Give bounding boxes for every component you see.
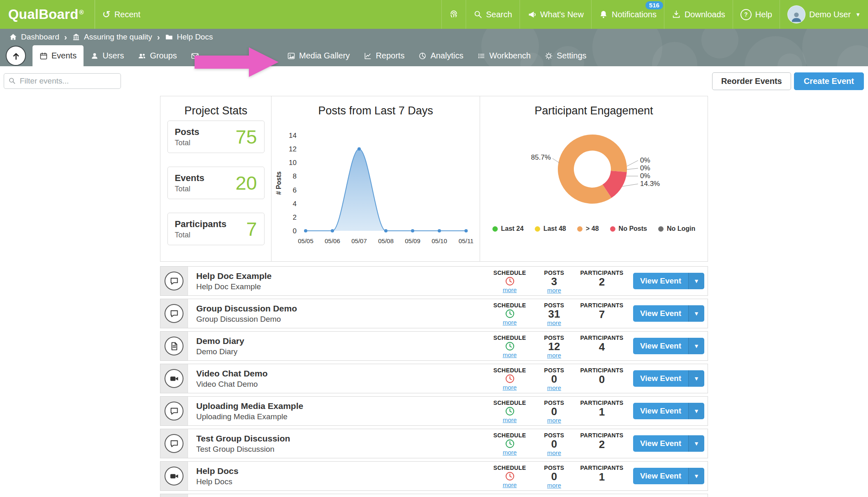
reorder-events-button[interactable]: Reorder Events <box>712 72 791 90</box>
chat-icon <box>169 439 179 449</box>
svg-text:0: 0 <box>293 227 297 235</box>
view-event-button[interactable]: View Event ▼ <box>633 305 704 322</box>
chevron-down-icon[interactable]: ▼ <box>688 370 704 387</box>
tab-analytics-label: Analytics <box>430 51 463 60</box>
user-name: Demo User <box>809 10 851 19</box>
event-subtitle: Help Docs <box>196 477 487 486</box>
chevron-down-icon[interactable]: ▼ <box>688 338 704 354</box>
view-event-button[interactable]: View Event ▼ <box>633 370 704 387</box>
chevron-down-icon[interactable]: ▼ <box>688 468 704 484</box>
touch-id-button[interactable] <box>441 0 466 29</box>
tab-media-gallery[interactable]: Media Gallery <box>280 45 357 66</box>
user-menu[interactable]: Demo User ▼ <box>780 0 868 29</box>
schedule-more-link[interactable]: more <box>503 416 517 423</box>
document-icon <box>169 341 179 351</box>
video-camera-icon <box>169 471 179 481</box>
toolbar-buttons: Reorder Events Create Event <box>712 72 864 90</box>
stat-card-events: Events Total 20 <box>167 167 265 199</box>
view-event-button[interactable]: View Event ▼ <box>633 435 704 452</box>
chevron-down-icon[interactable]: ▼ <box>688 273 704 289</box>
posts-count: 3 <box>551 276 557 287</box>
users-icon <box>138 52 146 60</box>
engagement-title: Participant Engagement <box>480 105 708 117</box>
tab-workbench[interactable]: Workbench <box>470 45 538 66</box>
breadcrumb-project[interactable]: Help Docs <box>165 33 213 42</box>
schedule-more-link[interactable]: more <box>503 449 517 456</box>
view-event-button[interactable]: View Event ▼ <box>633 468 704 484</box>
posts-more-link[interactable]: more <box>547 384 561 391</box>
recent-button[interactable]: ↺ Recent <box>95 0 148 29</box>
schedule-column: SCHEDULE more <box>487 299 533 328</box>
posts-more-link[interactable]: more <box>547 352 561 359</box>
event-title[interactable]: Uploading Media Example <box>196 401 487 411</box>
tab-groups[interactable]: Groups <box>131 45 184 66</box>
schedule-more-link[interactable]: more <box>503 481 517 488</box>
arrow-up-icon <box>11 51 21 61</box>
whats-new-button[interactable]: What's New <box>520 0 591 29</box>
event-subtitle: Video Chat Demo <box>196 380 487 389</box>
tab-analytics[interactable]: Analytics <box>411 45 470 66</box>
tab-reports[interactable]: Reports <box>357 45 411 66</box>
slice-label-zero-1: 0% <box>640 156 650 164</box>
schedule-more-link[interactable]: more <box>503 384 517 391</box>
notifications-label: Notifications <box>612 10 657 19</box>
posts-column: POSTS 0 more <box>533 397 576 425</box>
history-icon: ↺ <box>102 9 111 19</box>
filter-events-input[interactable] <box>4 73 121 89</box>
breadcrumb-group[interactable]: Assuring the quality <box>72 33 152 42</box>
participants-header: PARTICIPANTS <box>580 432 624 439</box>
breadcrumb-dashboard[interactable]: Dashboard <box>9 33 59 42</box>
breadcrumb-dashboard-label: Dashboard <box>21 33 59 42</box>
posts-more-link[interactable]: more <box>547 319 561 326</box>
filter-events-wrap <box>4 73 121 89</box>
schedule-more-link[interactable]: more <box>503 286 517 293</box>
posts-count: 0 <box>551 471 557 482</box>
schedule-header: SCHEDULE <box>493 399 526 406</box>
tab-events[interactable]: Events <box>32 45 84 66</box>
fingerprint-icon <box>449 10 458 19</box>
event-row: Test Group Discussion Test Group Discuss… <box>160 429 708 458</box>
stat-value: 7 <box>246 218 257 240</box>
schedule-clock-icon <box>504 341 515 351</box>
help-button[interactable]: ? Help <box>733 0 780 29</box>
downloads-button[interactable]: Downloads <box>664 0 733 29</box>
event-text: Help Docs Help Docs <box>188 466 487 486</box>
posts-more-link[interactable]: more <box>547 482 561 489</box>
events-toolbar: Reorder Events Create Event <box>0 66 868 90</box>
search-button[interactable]: Search <box>466 0 520 29</box>
svg-text:4: 4 <box>293 200 297 208</box>
event-title[interactable]: Help Docs <box>196 466 487 476</box>
svg-text:8: 8 <box>293 172 297 180</box>
posts-count: 0 <box>551 406 557 417</box>
event-title[interactable]: Help Doc Example <box>196 271 487 281</box>
event-title[interactable]: Video Chat Demo <box>196 369 487 379</box>
participants-count: 2 <box>599 276 605 287</box>
posts-count: 0 <box>551 374 557 384</box>
chevron-down-icon[interactable]: ▼ <box>688 435 704 452</box>
project-up-button[interactable] <box>6 46 26 66</box>
event-title[interactable]: Demo Diary <box>196 336 487 346</box>
tab-users[interactable]: Users <box>84 45 131 66</box>
chevron-down-icon[interactable]: ▼ <box>688 403 704 419</box>
app-logo[interactable]: QualBoard® <box>0 0 95 29</box>
posts-more-link[interactable]: more <box>547 287 561 294</box>
schedule-more-link[interactable]: more <box>503 351 517 358</box>
chevron-down-icon[interactable]: ▼ <box>688 305 704 322</box>
notifications-button[interactable]: Notifications 516 <box>591 0 664 29</box>
home-icon <box>9 33 17 41</box>
posts-more-link[interactable]: more <box>547 449 561 456</box>
view-event-button[interactable]: View Event ▼ <box>633 338 704 354</box>
top-bar: QualBoard® ↺ Recent Search What's New No… <box>0 0 868 29</box>
posts-more-link[interactable]: more <box>547 417 561 424</box>
event-title[interactable]: Test Group Discussion <box>196 434 487 444</box>
create-event-button[interactable]: Create Event <box>794 72 864 90</box>
pie-chart-icon <box>418 52 427 60</box>
schedule-more-link[interactable]: more <box>503 319 517 326</box>
tab-settings[interactable]: Settings <box>538 45 593 66</box>
svg-text:05/10: 05/10 <box>432 237 447 244</box>
participants-header: PARTICIPANTS <box>580 269 624 276</box>
participants-header: PARTICIPANTS <box>580 464 624 471</box>
view-event-button[interactable]: View Event ▼ <box>633 403 704 419</box>
view-event-button[interactable]: View Event ▼ <box>633 273 704 289</box>
event-title[interactable]: Group Discussion Demo <box>196 304 487 314</box>
